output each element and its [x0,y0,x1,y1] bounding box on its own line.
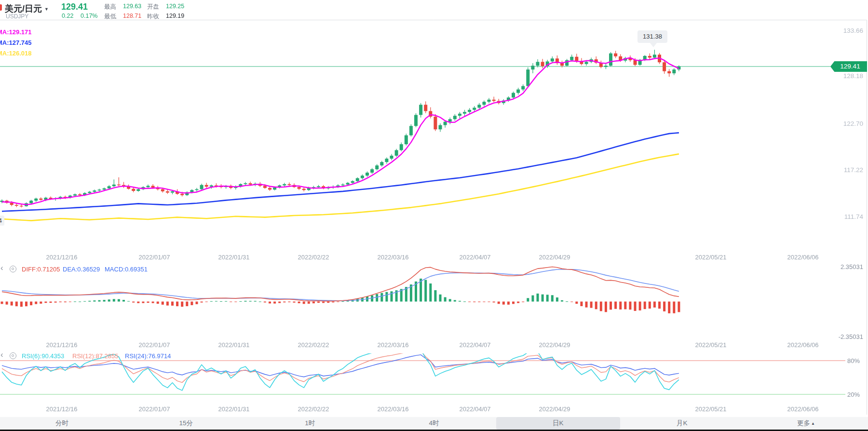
date-label: 2022/01/07 [138,341,170,349]
date-label: 2022/02/22 [298,254,329,261]
triangle-up-icon: ▲ [811,421,815,426]
tab-label: 分时 [55,419,68,428]
date-label: 2022/06/06 [787,341,818,349]
price-axis-label: 117.22 [844,166,863,174]
tab-label: 月K [677,419,688,428]
price-change: 0.22 [62,13,73,19]
trading-app: 美元/日元▼ USDJPY 129.41 0.22 0.17% 最高129.63… [0,0,868,431]
stat-value: 129.63 [123,3,141,10]
chevron-left-icon[interactable]: ‹ [0,351,3,358]
settings-icon[interactable] [10,352,16,359]
tab-月K[interactable]: 月K [620,417,744,430]
chevron-down-icon: ▼ [44,7,49,12]
tab-label: 1时 [305,419,315,428]
price-axis-label: 122.70 [843,120,863,127]
tab-更多[interactable]: 更多▲ [744,417,868,430]
date-label: 2022/05/21 [695,254,726,261]
rsi24-label: RSI(24):76.9714 [125,352,171,360]
date-label: 2022/05/21 [695,405,726,413]
rsi6-label: RSI(6):90.4353 [22,352,64,360]
stat-label: 开盘 [147,3,159,11]
macd-axis-min: -2.35031 [839,333,863,340]
macd-diff-label: DIFF:0.71205 [22,266,60,273]
high-annotation: 131.38 [637,30,667,43]
date-label: 2022/04/29 [539,254,570,261]
date-label: 2022/01/07 [138,405,170,413]
date-label: 2021/12/16 [46,254,77,261]
tab-label: 4时 [429,419,439,428]
tab-label: 日K [553,419,564,428]
tab-日K[interactable]: 日K [496,417,620,430]
price-axis-label: 128.18 [843,72,863,80]
date-label: 2022/02/22 [298,405,329,413]
date-label: 2022/04/29 [539,341,570,349]
current-price-tag: 129.41 [830,61,867,72]
date-label: 2022/06/06 [787,254,818,261]
price-chart-canvas[interactable] [0,0,868,431]
price-change-pct: 0.17% [81,13,97,19]
ma-label: MA:126.018 [0,50,32,57]
rsi12-label: RSI(12):87.2855 [72,352,118,360]
stat-value: 129.19 [166,13,184,19]
tab-分时[interactable]: 分时 [0,417,124,430]
macd-value-label: MACD:0.69351 [105,266,148,273]
tab-label: 15分 [179,419,193,428]
tab-label: 更多 [797,419,810,428]
date-label: 2022/02/22 [298,341,329,349]
date-label: 2022/06/06 [787,405,818,413]
date-label: 2022/01/31 [218,405,249,413]
date-label: 2021/12/16 [46,405,77,413]
price-axis-label: 133.66 [843,27,863,34]
date-label: 2022/04/07 [459,341,490,349]
stat-label: 昨收 [147,13,159,21]
ma-label: MA:127.745 [0,39,32,46]
chevron-left-icon[interactable]: ‹ [0,265,3,271]
settings-icon[interactable] [10,266,16,272]
rsi-axis-overbought: 80% [847,357,860,364]
macd-dea-label: DEA:0.36529 [63,266,100,273]
pair-title: 美元/日元 [5,4,42,13]
macd-axis-max: 2.35031 [841,263,863,270]
pair-code: USDJPY [6,13,28,20]
date-label: 2022/04/29 [539,405,570,413]
date-label: 2022/01/07 [138,254,170,261]
date-label: 2022/03/16 [377,341,408,349]
ma-label: MA:129.171 [0,28,32,36]
date-label: 2022/04/07 [459,405,490,413]
price-axis-label: 111.74 [844,213,863,220]
date-label: 2021/12/16 [46,341,77,349]
tab-4时[interactable]: 4时 [372,417,496,430]
stat-label: 最高 [104,3,116,11]
left-edge-partial-label: 4 [0,216,4,226]
stat-value: 128.71 [123,13,141,19]
last-price: 129.41 [61,2,88,12]
stat-label: 最低 [104,13,116,21]
flag-icon [0,4,2,11]
rsi-axis-oversold: 20% [847,391,860,398]
stat-value: 129.25 [166,3,184,10]
date-label: 2022/01/31 [218,254,249,261]
date-label: 2022/04/07 [459,254,490,261]
date-label: 2022/03/16 [377,405,408,413]
date-label: 2022/01/31 [218,341,249,349]
interval-tabbar: 分时15分1时4时日K月K更多▲ [0,417,868,430]
tab-1时[interactable]: 1时 [248,417,372,430]
date-label: 2022/03/16 [377,254,408,261]
date-label: 2022/05/21 [695,341,726,349]
tab-15分[interactable]: 15分 [124,417,248,430]
